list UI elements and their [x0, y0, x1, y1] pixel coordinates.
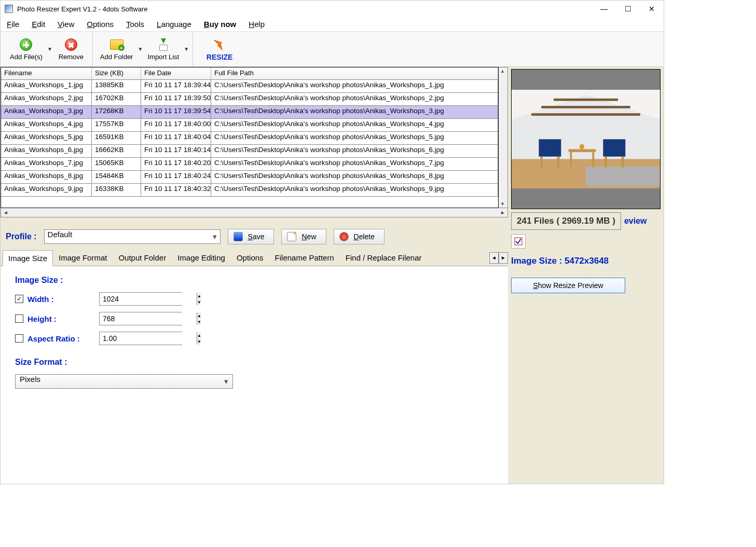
tab-options[interactable]: Options — [231, 250, 269, 266]
width-checkbox[interactable]: ✓ — [15, 295, 23, 303]
width-label: Width : — [28, 295, 95, 304]
grid-header: Filename Size (KB) File Date Full File P… — [1, 67, 498, 80]
grid-horizontal-scrollbar[interactable]: ◄► — [1, 208, 508, 217]
tab-image-size[interactable]: Image Size — [3, 250, 53, 266]
cell-path: C:\Users\Test\Desktop\Anika's workshop p… — [211, 119, 498, 131]
cell-date: Fri 10 11 17 18:40:24 — [141, 171, 211, 183]
profile-new-button[interactable]: New — [281, 229, 326, 244]
tab-filename-pattern[interactable]: Filename Pattern — [269, 250, 340, 266]
main-area: Filename Size (KB) File Date Full File P… — [1, 67, 664, 484]
file-grid-wrap: Filename Size (KB) File Date Full File P… — [1, 67, 508, 217]
aspect-spin-up[interactable]: ▲ — [197, 332, 201, 338]
preview-toggle[interactable] — [511, 234, 526, 249]
aspect-field[interactable] — [100, 332, 197, 345]
table-row[interactable]: Anikas_Workshops_5.jpg16591KBFri 10 11 1… — [1, 132, 498, 145]
cell-filename: Anikas_Workshops_5.jpg — [1, 132, 92, 144]
cell-size: 16702KB — [92, 93, 141, 105]
height-spin-down[interactable]: ▼ — [197, 319, 201, 325]
height-field[interactable] — [100, 312, 197, 325]
profile-delete-button[interactable]: Delete — [334, 229, 384, 244]
height-spin-up[interactable]: ▲ — [197, 312, 201, 319]
col-filename[interactable]: Filename — [1, 67, 92, 79]
tab-scroll-right[interactable]: ► — [499, 252, 508, 264]
image-dimensions: Image Size : 5472x3648 — [511, 256, 661, 266]
window-controls: — ☐ ✕ — [592, 1, 664, 17]
file-grid[interactable]: Filename Size (KB) File Date Full File P… — [1, 67, 499, 208]
menu-tools[interactable]: Tools — [126, 20, 144, 29]
close-button[interactable]: ✕ — [640, 1, 664, 17]
width-field[interactable] — [100, 293, 197, 305]
menu-view[interactable]: View — [58, 20, 74, 29]
menu-help[interactable]: Help — [249, 20, 265, 29]
show-resize-preview-button[interactable]: Show Resize Preview — [511, 278, 625, 293]
table-row[interactable]: Anikas_Workshops_7.jpg15065KBFri 10 11 1… — [1, 158, 498, 171]
stats-row: 241 Files ( 2969.19 MB ) eview — [511, 212, 661, 230]
menu-buy-now[interactable]: Buy now — [204, 20, 237, 29]
aspect-checkbox[interactable] — [15, 334, 23, 343]
cell-path: C:\Users\Test\Desktop\Anika's workshop p… — [211, 184, 498, 196]
tab-output-folder[interactable]: Output Folder — [113, 250, 172, 266]
col-date[interactable]: File Date — [141, 67, 211, 79]
menu-file[interactable]: File — [7, 20, 19, 29]
cell-date: Fri 10 11 17 18:40:20 — [141, 158, 211, 170]
add-files-button[interactable]: Add File(s) — [6, 35, 47, 63]
svg-rect-15 — [622, 156, 624, 167]
grid-vertical-scrollbar[interactable] — [499, 67, 508, 208]
maximize-button[interactable]: ☐ — [616, 1, 640, 17]
table-row[interactable]: Anikas_Workshops_2.jpg16702KBFri 10 11 1… — [1, 93, 498, 106]
table-row[interactable]: Anikas_Workshops_8.jpg15484KBFri 10 11 1… — [1, 171, 498, 184]
tab-image-format[interactable]: Image Format — [53, 250, 113, 266]
width-spin-down[interactable]: ▼ — [197, 299, 201, 305]
table-row[interactable]: Anikas_Workshops_3.jpg17268KBFri 10 11 1… — [1, 106, 498, 119]
aspect-label: Aspect Ratio : — [28, 334, 95, 343]
aspect-spin-down[interactable]: ▼ — [197, 338, 201, 345]
add-files-dropdown[interactable]: ▼ — [47, 32, 53, 66]
cell-path: C:\Users\Test\Desktop\Anika's workshop p… — [211, 158, 498, 170]
minimize-button[interactable]: — — [592, 1, 616, 17]
menubar: File Edit View Options Tools Language Bu… — [1, 17, 664, 32]
col-size[interactable]: Size (KB) — [92, 67, 141, 79]
cell-path: C:\Users\Test\Desktop\Anika's workshop p… — [211, 171, 498, 183]
cell-size: 16662KB — [92, 145, 141, 157]
cell-size: 17268KB — [92, 106, 141, 118]
width-spin-up[interactable]: ▲ — [197, 293, 201, 299]
menu-language[interactable]: Language — [157, 20, 191, 29]
table-row[interactable]: Anikas_Workshops_1.jpg13885KBFri 10 11 1… — [1, 80, 498, 93]
table-row[interactable]: Anikas_Workshops_6.jpg16662KBFri 10 11 1… — [1, 145, 498, 158]
right-column: 241 Files ( 2969.19 MB ) eview Image Siz… — [508, 67, 664, 484]
svg-rect-13 — [603, 139, 625, 156]
tab-scroll-left[interactable]: ◄ — [489, 252, 499, 264]
size-format-select[interactable]: Pixels — [15, 374, 233, 389]
tab-find-replace-filenar[interactable]: Find / Replace Filenar — [340, 250, 428, 266]
height-checkbox[interactable] — [15, 314, 23, 323]
aspect-input[interactable]: ▲▼ — [99, 332, 182, 345]
col-path[interactable]: Full File Path — [211, 67, 498, 79]
tab-image-editing[interactable]: Image Editing — [172, 250, 231, 266]
profile-save-button[interactable]: Save — [228, 229, 274, 244]
remove-button[interactable]: Remove — [53, 35, 89, 63]
resize-button[interactable]: RESIZE — [196, 35, 243, 63]
cell-path: C:\Users\Test\Desktop\Anika's workshop p… — [211, 145, 498, 157]
resize-icon — [212, 37, 227, 52]
menu-options[interactable]: Options — [87, 20, 114, 29]
delete-icon — [65, 38, 77, 51]
window-title: Photo Resizer Expert V1.2 - 4dots Softwa… — [17, 5, 592, 13]
plus-icon — [20, 38, 32, 51]
import-list-dropdown[interactable]: ▼ — [183, 32, 189, 66]
add-folder-dropdown[interactable]: ▼ — [137, 32, 143, 66]
profile-select[interactable]: Default — [44, 229, 221, 244]
cell-size: 13885KB — [92, 80, 141, 92]
add-folder-button[interactable]: Add Folder — [96, 35, 138, 63]
height-input[interactable]: ▲▼ — [99, 312, 182, 325]
cell-filename: Anikas_Workshops_8.jpg — [1, 171, 92, 183]
svg-rect-8 — [570, 152, 572, 167]
width-input[interactable]: ▲▼ — [99, 292, 182, 306]
table-row[interactable]: Anikas_Workshops_9.jpg16338KBFri 10 11 1… — [1, 184, 498, 197]
table-row[interactable]: Anikas_Workshops_4.jpg17557KBFri 10 11 1… — [1, 119, 498, 132]
svg-rect-14 — [604, 156, 607, 167]
cell-path: C:\Users\Test\Desktop\Anika's workshop p… — [211, 132, 498, 144]
cell-date: Fri 10 11 17 18:40:00 — [141, 119, 211, 131]
import-list-button[interactable]: Import List — [143, 35, 183, 63]
menu-edit[interactable]: Edit — [32, 20, 45, 29]
app-icon — [5, 5, 13, 13]
